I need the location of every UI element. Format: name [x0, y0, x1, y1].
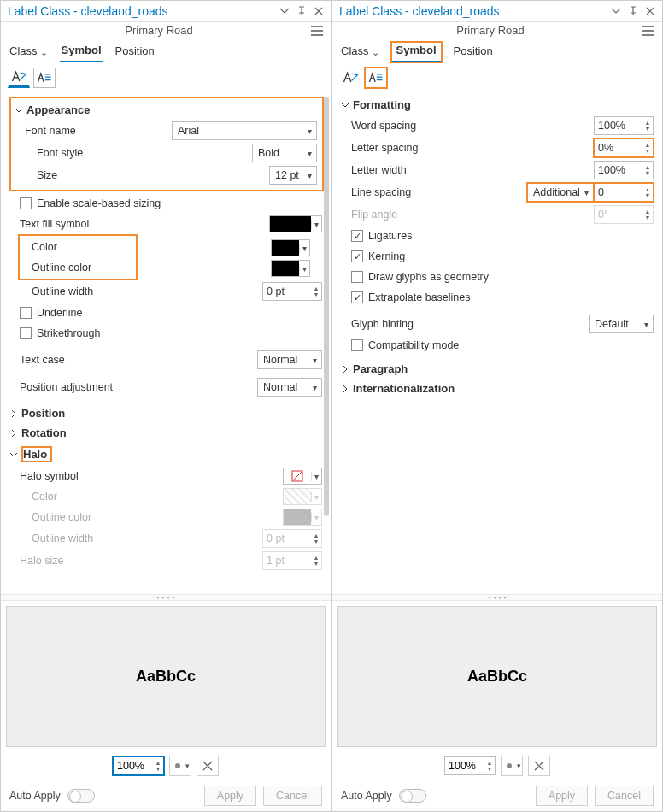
cancel-button[interactable]: Cancel — [595, 786, 654, 806]
panel-left: Label Class - cleveland_roads Primary Ro… — [0, 0, 332, 812]
pos-adj-select[interactable]: Normal▾ — [257, 378, 322, 397]
row-outline-color: Outline color — [20, 257, 136, 278]
text-case-select[interactable]: Normal▾ — [257, 350, 322, 369]
row-word-spacing: Word spacing 100%▲▼ — [339, 115, 657, 137]
pin-icon[interactable] — [628, 6, 638, 16]
size-select[interactable]: 12 pt▾ — [269, 166, 317, 185]
preview-color-button[interactable]: ▾ — [501, 756, 523, 776]
strike-checkbox[interactable] — [20, 327, 32, 339]
row-glyphs-geom: Draw glyphs as geometry — [339, 267, 657, 287]
mode-formatting-icon[interactable] — [33, 68, 56, 88]
splitter[interactable] — [1, 594, 331, 601]
row-scale-sizing: Enable scale-based sizing — [8, 193, 326, 214]
menu-icon[interactable] — [310, 25, 324, 37]
row-font-name: Font name Arial▾ — [13, 120, 320, 142]
scale-sizing-checkbox[interactable] — [20, 197, 32, 209]
panel-title: Label Class - cleveland_roads — [339, 4, 611, 18]
font-name-select[interactable]: Arial▾ — [172, 121, 317, 140]
color-swatch[interactable]: ▾ — [271, 239, 310, 256]
cancel-button[interactable]: Cancel — [263, 786, 322, 806]
section-halo[interactable]: Halo — [8, 443, 326, 466]
auto-apply-toggle[interactable] — [399, 789, 426, 803]
row-line-spacing: Line spacing Additional▾ 0▲▼ — [339, 181, 657, 203]
actual-size-button[interactable] — [528, 756, 550, 776]
row-extrapolate: Extrapolate baselines — [339, 287, 657, 308]
row-underline: Underline — [8, 303, 326, 323]
section-formatting[interactable]: Formatting — [339, 95, 657, 115]
outline-color-swatch[interactable]: ▾ — [271, 260, 310, 277]
splitter[interactable] — [332, 594, 662, 601]
panel-right: Label Class - cleveland_roads Primary Ro… — [332, 0, 663, 812]
tab-class[interactable]: Class — [8, 43, 50, 62]
section-paragraph[interactable]: Paragraph — [339, 359, 657, 379]
layer-subtitle: Primary Road — [8, 24, 310, 37]
svg-point-8 — [494, 597, 496, 598]
close-icon[interactable] — [645, 6, 655, 16]
dropdown-icon[interactable] — [611, 6, 621, 16]
underline-checkbox[interactable] — [20, 307, 32, 319]
row-text-case: Text case Normal▾ — [8, 349, 326, 371]
mode-general-icon[interactable] — [339, 68, 361, 88]
scrollbar[interactable] — [323, 97, 330, 591]
tab-position[interactable]: Position — [452, 43, 495, 62]
actual-size-button[interactable] — [197, 756, 219, 776]
word-spacing-spinner[interactable]: 100%▲▼ — [594, 116, 654, 135]
font-style-select[interactable]: Bold▾ — [252, 144, 317, 162]
apply-button[interactable]: Apply — [536, 786, 588, 806]
flip-angle-spinner: 0°▲▼ — [594, 205, 654, 224]
row-letter-spacing: Letter spacing 0%▲▼ — [339, 137, 657, 159]
section-intl[interactable]: Internationalization — [339, 379, 657, 398]
auto-apply-toggle[interactable] — [67, 789, 95, 803]
extrapolate-checkbox[interactable] — [351, 291, 363, 303]
subtitle-row: Primary Road — [332, 22, 662, 38]
tab-position[interactable]: Position — [114, 43, 156, 62]
row-size: Size 12 pt▾ — [13, 164, 320, 186]
menu-icon[interactable] — [642, 25, 655, 37]
zoom-spinner[interactable]: 100%▲▼ — [444, 756, 496, 775]
properties-scroll[interactable]: Formatting Word spacing 100%▲▼ Letter sp… — [332, 93, 662, 594]
row-font-style: Font style Bold▾ — [13, 142, 320, 164]
ligatures-checkbox[interactable] — [351, 230, 363, 242]
section-position[interactable]: Position — [8, 403, 326, 423]
halo-outline-width-spinner: 0 pt▲▼ — [262, 529, 322, 548]
tab-symbol[interactable]: Symbol — [391, 42, 442, 62]
close-icon[interactable] — [314, 6, 324, 16]
row-halo-outline-color: Outline color ▾ — [8, 507, 326, 527]
color-block-highlight: Color Outline color — [18, 234, 138, 280]
tab-symbol[interactable]: Symbol — [60, 42, 103, 62]
letter-spacing-spinner[interactable]: 0%▲▼ — [594, 138, 654, 157]
title-bar: Label Class - cleveland_roads — [332, 1, 662, 22]
preview-color-button[interactable]: ▾ — [169, 756, 191, 776]
row-pos-adj: Position adjustment Normal▾ — [8, 376, 326, 398]
row-text-fill: Text fill symbol ▾ — [8, 214, 326, 234]
line-spacing-mode-select[interactable]: Additional▾ — [527, 183, 594, 202]
section-rotation[interactable]: Rotation — [8, 423, 326, 443]
zoom-spinner[interactable]: 100%▲▼ — [113, 756, 164, 775]
glyphs-geom-checkbox[interactable] — [351, 271, 363, 283]
line-spacing-spinner[interactable]: 0▲▼ — [594, 183, 654, 202]
glyph-hinting-select[interactable]: Default▾ — [589, 315, 654, 333]
svg-point-11 — [507, 763, 512, 768]
row-outline-width: Outline width 0 pt▲▼ — [8, 280, 326, 303]
mode-formatting-icon[interactable] — [365, 68, 387, 88]
layer-subtitle: Primary Road — [339, 24, 642, 37]
pin-icon[interactable] — [296, 6, 307, 16]
section-appearance[interactable]: Appearance — [13, 100, 320, 120]
preview-controls: 100%▲▼ ▾ — [1, 752, 331, 780]
apply-button[interactable]: Apply — [204, 786, 256, 806]
mode-general-icon[interactable] — [8, 68, 30, 88]
compat-checkbox[interactable] — [351, 339, 363, 351]
row-color: Color — [20, 237, 136, 257]
tab-class[interactable]: Class — [339, 43, 381, 62]
dropdown-icon[interactable] — [279, 6, 290, 16]
svg-point-5 — [173, 597, 174, 598]
outline-width-spinner[interactable]: 0 pt▲▼ — [262, 282, 322, 301]
svg-point-7 — [489, 597, 490, 598]
properties-scroll[interactable]: Appearance Font name Arial▾ Font style B… — [1, 93, 331, 594]
letter-width-spinner[interactable]: 100%▲▼ — [594, 161, 654, 179]
text-fill-swatch[interactable]: ▾ — [269, 215, 322, 232]
kerning-checkbox[interactable] — [351, 250, 363, 262]
mode-icons — [332, 62, 662, 93]
halo-symbol-swatch[interactable]: ▾ — [283, 468, 322, 485]
preview-controls: 100%▲▼ ▾ — [332, 752, 662, 780]
